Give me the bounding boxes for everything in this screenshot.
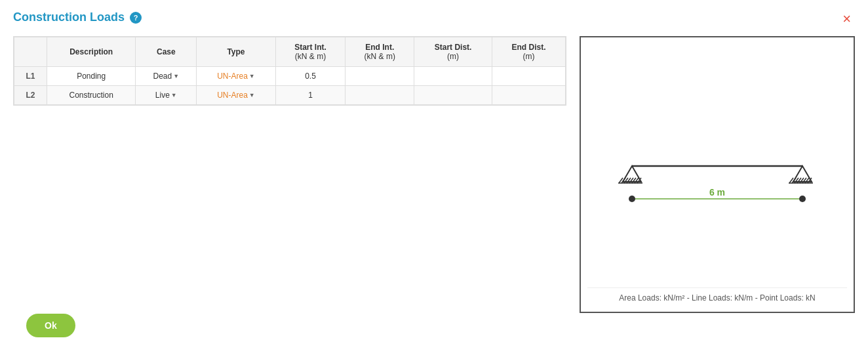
svg-point-23 bbox=[799, 196, 806, 202]
row-case-l1[interactable]: Dead ▼ bbox=[136, 67, 197, 86]
dropdown-arrow-type-l1: ▼ bbox=[249, 73, 255, 79]
svg-text:6 m: 6 m bbox=[709, 187, 725, 198]
case-dropdown-l2[interactable]: Live ▼ bbox=[155, 91, 177, 100]
row-description-l2: Construction bbox=[47, 86, 136, 105]
row-start-dist-l1[interactable] bbox=[414, 67, 492, 86]
type-dropdown-l1[interactable]: UN-Area ▼ bbox=[217, 72, 255, 81]
construction-loads-dialog: Construction Loads ? × Description Case … bbox=[0, 0, 868, 357]
row-id-l1: L1 bbox=[14, 67, 47, 86]
diagram-footer: Area Loads: kN/m² - Line Loads: kN/m - P… bbox=[587, 287, 847, 305]
row-end-dist-l2[interactable] bbox=[492, 86, 566, 105]
loads-table: Description Case Type Start Int.(kN & m)… bbox=[14, 37, 566, 105]
row-start-dist-l2[interactable] bbox=[414, 86, 492, 105]
row-end-dist-l1[interactable] bbox=[492, 67, 566, 86]
col-header-description: Description bbox=[47, 37, 136, 67]
dialog-title: Construction Loads bbox=[13, 10, 125, 24]
help-icon[interactable]: ? bbox=[130, 12, 142, 24]
type-dropdown-l2[interactable]: UN-Area ▼ bbox=[217, 91, 255, 100]
row-id-l2: L2 bbox=[14, 86, 47, 105]
row-type-l2[interactable]: UN-Area ▼ bbox=[197, 86, 275, 105]
col-header-case: Case bbox=[136, 37, 197, 67]
row-end-int-l2[interactable] bbox=[345, 86, 414, 105]
row-case-l2[interactable]: Live ▼ bbox=[136, 86, 197, 105]
col-header-type: Type bbox=[197, 37, 275, 67]
loads-table-container: Description Case Type Start Int.(kN & m)… bbox=[13, 36, 566, 106]
row-end-int-l1[interactable] bbox=[345, 67, 414, 86]
col-header-id bbox=[14, 37, 47, 67]
table-row: L1 Ponding Dead ▼ UN-Area ▼ bbox=[14, 67, 566, 86]
case-dropdown-l1[interactable]: Dead ▼ bbox=[153, 72, 180, 81]
svg-point-22 bbox=[629, 196, 635, 202]
close-button[interactable]: × bbox=[838, 10, 855, 28]
row-start-int-l2[interactable]: 1 bbox=[275, 86, 345, 105]
col-header-end-dist: End Dist.(m) bbox=[492, 37, 566, 67]
dropdown-arrow-dead: ▼ bbox=[173, 73, 179, 79]
row-type-l1[interactable]: UN-Area ▼ bbox=[197, 67, 275, 86]
diagram-panel: 6 m Area Loads: kN/m² - Line Loads: kN/m… bbox=[580, 36, 855, 313]
table-header-row: Description Case Type Start Int.(kN & m)… bbox=[14, 37, 566, 67]
col-header-start-int: Start Int.(kN & m) bbox=[275, 37, 345, 67]
col-header-start-dist: Start Dist.(m) bbox=[414, 37, 492, 67]
row-description-l1: Ponding bbox=[47, 67, 136, 86]
col-header-end-int: End Int.(kN & m) bbox=[345, 37, 414, 67]
row-start-int-l1[interactable]: 0.5 bbox=[275, 67, 345, 86]
beam-diagram: 6 m bbox=[599, 100, 835, 232]
content-area: Description Case Type Start Int.(kN & m)… bbox=[13, 36, 855, 313]
dropdown-arrow-live: ▼ bbox=[171, 92, 177, 98]
dropdown-arrow-type-l2: ▼ bbox=[249, 92, 255, 98]
diagram-area: 6 m bbox=[587, 44, 847, 287]
dialog-header: Construction Loads ? × bbox=[13, 10, 855, 24]
left-panel: Description Case Type Start Int.(kN & m)… bbox=[13, 36, 566, 313]
ok-button[interactable]: Ok bbox=[26, 314, 75, 337]
table-row: L2 Construction Live ▼ UN-Area ▼ bbox=[14, 86, 566, 105]
